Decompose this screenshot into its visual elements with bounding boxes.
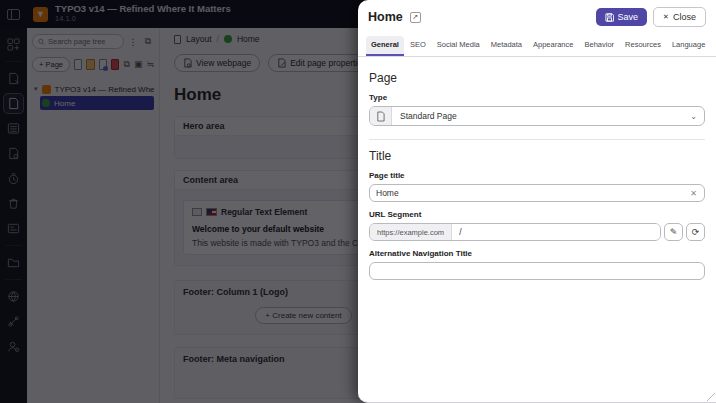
pencil-icon: ✎ (670, 227, 678, 237)
tab-resources[interactable]: Resources (620, 36, 666, 56)
close-icon: ✕ (663, 13, 669, 21)
tab-social-media[interactable]: Social Media (432, 36, 485, 56)
page-properties-modal: Home ↗ Save ✕ Close General SEO Social M… (358, 0, 716, 403)
page-title-field: ✕ (369, 184, 705, 202)
page-section-heading: Page (369, 71, 705, 85)
recalculate-url-button[interactable]: ⟳ (686, 223, 705, 241)
resize-grip[interactable] (707, 393, 715, 401)
chevron-down-icon: ⌄ (683, 107, 704, 125)
tab-access[interactable]: Access (711, 36, 716, 56)
type-label: Type (369, 93, 705, 102)
tab-seo[interactable]: SEO (405, 36, 431, 56)
alt-nav-title-input[interactable] (376, 266, 698, 276)
page-title-input[interactable] (376, 188, 689, 198)
modal-title: Home (368, 10, 403, 24)
tab-general[interactable]: General (366, 36, 404, 56)
page-type-select[interactable]: Standard Page ⌄ (369, 106, 705, 126)
modal-header: Home ↗ Save ✕ Close (358, 0, 716, 32)
typo3-backend: ▼ TYPO3 v14 — Refined Where It Matters 1… (0, 0, 716, 403)
modal-tabs: General SEO Social Media Metadata Appear… (358, 32, 716, 57)
page-title-label: Page title (369, 171, 705, 180)
tab-metadata[interactable]: Metadata (486, 36, 527, 56)
section-divider (369, 139, 705, 140)
url-prefix: https://example.com (370, 224, 452, 240)
alt-nav-title-field (369, 262, 705, 280)
save-icon (605, 13, 614, 22)
url-segment-label: URL Segment (369, 210, 705, 219)
url-segment-input[interactable] (452, 224, 660, 240)
open-in-window-icon[interactable]: ↗ (410, 12, 421, 23)
modal-body: Page Type Standard Page ⌄ Title Page tit… (358, 57, 716, 402)
alt-nav-title-label: Alternative Navigation Title (369, 249, 705, 258)
toggle-url-edit-button[interactable]: ✎ (664, 223, 683, 241)
page-type-icon (370, 107, 392, 125)
refresh-icon: ⟳ (692, 227, 700, 237)
save-button[interactable]: Save (596, 8, 648, 26)
tab-appearance[interactable]: Appearance (528, 36, 578, 56)
title-section-heading: Title (369, 149, 705, 163)
clear-input-icon[interactable]: ✕ (689, 189, 698, 198)
close-button[interactable]: ✕ Close (653, 7, 706, 27)
tab-language[interactable]: Language (667, 36, 710, 56)
page-type-value: Standard Page (392, 107, 683, 125)
url-segment-field: https://example.com ✎ ⟳ (369, 223, 705, 241)
tab-behavior[interactable]: Behavior (579, 36, 619, 56)
